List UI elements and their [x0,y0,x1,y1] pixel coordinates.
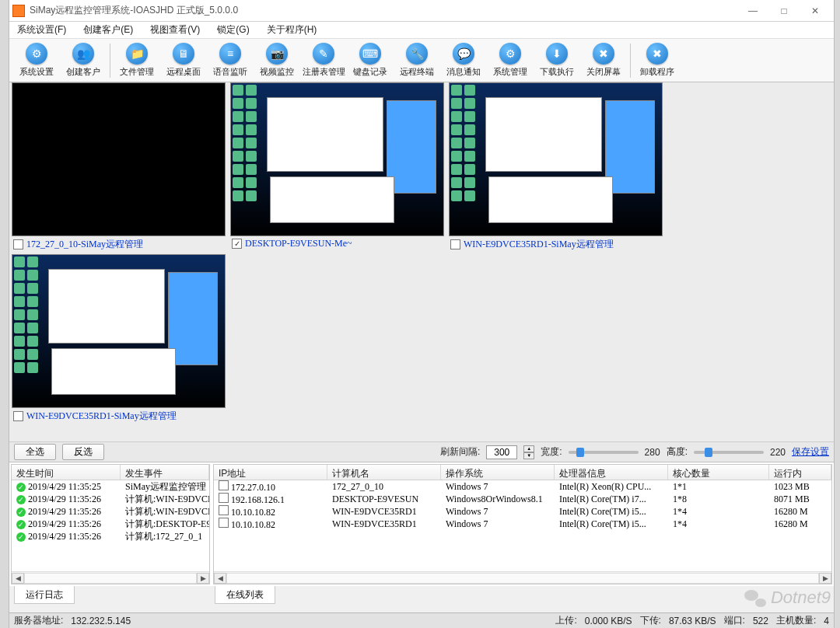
host-row[interactable]: 192.168.126.1 DESKTOP-E9VESUN Windows8Or… [214,493,831,505]
col-ip[interactable]: IP地址 [214,465,327,480]
log-row[interactable]: ✓2019/4/29 11:35:26计算机:172_27_0_1 [12,530,209,543]
thumb-screenshot[interactable] [449,82,663,236]
refresh-interval-input[interactable]: 300 [486,445,517,459]
menu-system-settings[interactable]: 系统设置(F) [14,22,69,38]
host-row[interactable]: 10.10.10.82 WIN-E9DVCE35RD1 Windows 7 In… [214,518,831,530]
host-panel: IP地址 计算机名 操作系统 处理器信息 核心数量 运行内 172.27.0.1… [213,464,832,584]
close-button[interactable]: ✕ [800,2,831,19]
tab-online[interactable]: 在线列表 [215,586,275,604]
thumb-screenshot[interactable] [230,82,444,236]
thumb-card[interactable]: 172_27_0_10-SiMay远程管理 [12,82,226,253]
thumb-checkbox[interactable] [450,239,460,249]
ok-icon: ✓ [16,508,26,517]
status-hosts-label: 主机数量: [776,614,816,627]
log-row[interactable]: ✓2019/4/29 11:35:26计算机:WIN-E9DVCE [12,493,209,505]
log-row[interactable]: ✓2019/4/29 11:35:25SiMay远程监控管理 [12,480,209,493]
tool-label: 视频监控 [260,66,294,78]
minimize-button[interactable]: — [737,2,768,19]
width-value: 280 [645,447,660,458]
col-os[interactable]: 操作系统 [441,465,555,480]
thumb-checkbox[interactable] [13,239,23,249]
host-row[interactable]: 10.10.10.82 WIN-E9DVCE35RD1 Windows 7 In… [214,505,831,518]
tool-icon: 👥 [72,43,94,65]
tool-系统管理[interactable]: ⚙系统管理 [488,40,533,81]
tool-语音监听[interactable]: ≡语音监听 [208,40,253,81]
host-hscroll[interactable]: ◀▶ [214,571,831,584]
col-event[interactable]: 发生事件 [121,465,209,480]
height-slider[interactable] [694,451,764,454]
menu-create-client[interactable]: 创建客户(E) [80,22,136,38]
status-port-label: 端口: [724,614,745,627]
thumb-card[interactable]: WIN-E9DVCE35RD1-SiMay远程管理 [12,254,226,424]
host-checkbox[interactable] [219,493,229,503]
thumb-label-text: 172_27_0_10-SiMay远程管理 [26,238,143,251]
thumb-screenshot[interactable] [12,82,226,236]
host-rows: 172.27.0.10 172_27_0_10 Windows 7 Intel(… [214,480,831,571]
tool-消息通知[interactable]: 💬消息通知 [441,40,486,81]
tool-远程桌面[interactable]: 🖥远程桌面 [161,40,206,81]
thumb-card[interactable]: WIN-E9DVCE35RD1-SiMay远程管理 [449,82,663,253]
window-title: SiMay远程监控管理系统-IOASJHD 正式版_5.0.0.0 [30,4,737,17]
tab-log[interactable]: 运行日志 [14,586,75,604]
tool-卸载程序[interactable]: ✖卸载程序 [635,40,680,81]
info-panels: 发生时间 发生事件 ✓2019/4/29 11:35:25SiMay远程监控管理… [9,462,834,586]
status-down-label: 下传: [640,614,661,627]
tool-icon: ⌨ [359,43,381,65]
menu-lock[interactable]: 锁定(G) [214,22,252,38]
thumb-checkbox[interactable] [13,411,23,421]
menu-view[interactable]: 视图查看(V) [147,22,203,38]
tool-label: 卸载程序 [640,66,674,78]
host-checkbox[interactable] [219,505,229,515]
thumb-screenshot[interactable] [12,254,226,408]
menu-about[interactable]: 关于程序(H) [264,22,320,38]
tool-icon: ✎ [313,43,334,65]
host-checkbox[interactable] [219,480,229,490]
tool-label: 创建客户 [66,66,100,78]
log-rows: ✓2019/4/29 11:35:25SiMay远程监控管理✓2019/4/29… [12,480,209,571]
tool-label: 远程终端 [400,66,434,78]
col-time[interactable]: 发生时间 [12,465,121,480]
host-row[interactable]: 172.27.0.10 172_27_0_10 Windows 7 Intel(… [214,480,831,493]
tool-label: 文件管理 [120,66,154,78]
tool-创建客户[interactable]: 👥创建客户 [61,40,106,81]
tool-关闭屏幕[interactable]: ✖关闭屏幕 [581,40,626,81]
maximize-button[interactable]: □ [768,2,800,19]
tool-视频监控[interactable]: 📷视频监控 [254,40,299,81]
col-cores[interactable]: 核心数量 [668,465,769,480]
tool-label: 系统设置 [19,66,54,78]
tool-键盘记录[interactable]: ⌨键盘记录 [348,40,393,81]
thumb-card[interactable]: DESKTOP-E9VESUN-Me~ [230,82,444,253]
tool-下载执行[interactable]: ⬇下载执行 [534,40,579,81]
tool-icon: ≡ [219,43,241,65]
save-settings-link[interactable]: 保存设置 [792,445,829,459]
tool-label: 关闭屏幕 [586,66,621,78]
tool-系统设置[interactable]: ⚙系统设置 [14,40,59,81]
invert-select-button[interactable]: 反选 [62,444,104,460]
status-port: 522 [753,616,768,626]
host-checkbox[interactable] [219,518,229,528]
tool-icon: ✖ [646,43,668,65]
tool-label: 注册表管理 [303,66,345,78]
col-mem[interactable]: 运行内 [769,465,831,480]
col-host[interactable]: 计算机名 [327,465,441,480]
log-row[interactable]: ✓2019/4/29 11:35:26计算机:WIN-E9DVCE [12,505,209,518]
thumb-checkbox[interactable] [232,239,242,249]
width-slider[interactable] [569,451,639,454]
tool-注册表管理[interactable]: ✎注册表管理 [301,40,346,81]
tool-文件管理[interactable]: 📁文件管理 [114,40,159,81]
log-row[interactable]: ✓2019/4/29 11:35:26计算机:DESKTOP-E9 [12,518,209,530]
col-cpu[interactable]: 处理器信息 [555,465,668,480]
ok-icon: ✓ [16,520,26,529]
height-label: 高度: [667,445,688,459]
status-server-label: 服务器地址: [14,614,63,627]
status-bar: 服务器地址: 132.232.5.145 上传: 0.000 KB/S 下传: … [9,612,834,628]
tool-远程终端[interactable]: 🔧远程终端 [394,40,439,81]
thumb-label-text: WIN-E9DVCE35RD1-SiMay远程管理 [26,410,177,423]
log-hscroll[interactable]: ◀▶ [12,571,209,584]
tool-label: 远程桌面 [166,66,201,78]
refresh-stepper[interactable]: ▲▼ [523,445,534,459]
thumb-label-text: DESKTOP-E9VESUN-Me~ [245,238,352,249]
select-all-button[interactable]: 全选 [14,444,56,460]
tool-icon: ⚙ [499,43,521,65]
tool-label: 键盘记录 [353,66,387,78]
